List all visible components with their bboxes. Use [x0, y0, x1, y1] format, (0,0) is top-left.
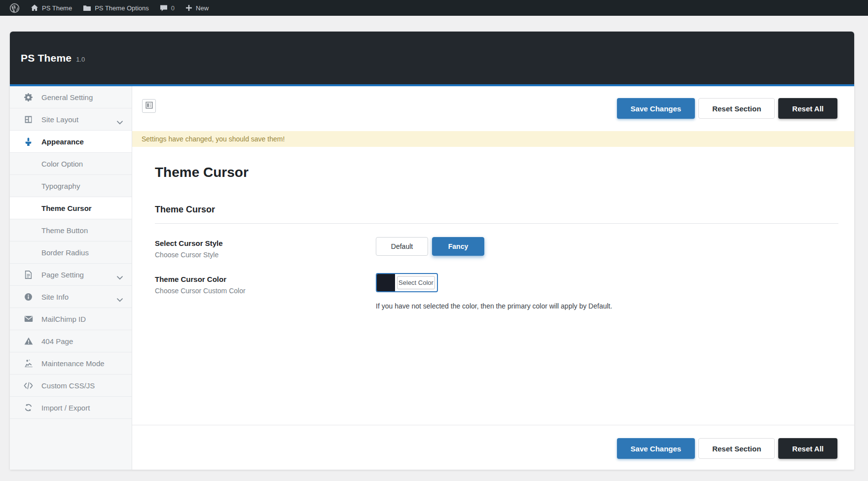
cursor-color-label: Theme Cursor Color	[155, 275, 376, 283]
cursor-style-label: Select Cursor Style	[155, 239, 376, 247]
site-name-menu-item[interactable]: PS Theme	[25, 0, 77, 16]
color-picker-widget[interactable]: Select Color	[376, 273, 438, 292]
sidebar-item-typography[interactable]: Typography	[10, 175, 132, 197]
panel-version: 1.0	[76, 56, 85, 63]
cursor-style-description: Choose Cursor Style	[155, 251, 376, 259]
code-icon	[24, 382, 33, 389]
field-label-block: Theme Cursor Color Choose Cursor Custom …	[155, 273, 376, 295]
comment-icon	[160, 4, 168, 12]
layout-panel-icon	[145, 101, 153, 111]
comments-count: 0	[171, 4, 175, 12]
envelope-icon	[24, 315, 33, 322]
sidebar-item-label: Custom CSS/JS	[41, 381, 95, 390]
sidebar-item-label: General Setting	[41, 93, 93, 102]
panel-toggle-button[interactable]	[142, 99, 156, 113]
sidebar-item-general-setting[interactable]: General Setting	[10, 86, 132, 108]
top-toolbar: Save Changes Reset Section Reset All	[132, 86, 854, 119]
folder-icon	[83, 4, 91, 12]
cursor-style-option-default[interactable]: Default	[376, 237, 428, 256]
sidebar-item-theme-button[interactable]: Theme Button	[10, 219, 132, 241]
chevron-down-icon	[117, 295, 123, 304]
home-icon	[31, 4, 38, 12]
cursor-style-option-fancy[interactable]: Fancy	[432, 237, 484, 256]
section-heading: Theme Cursor	[155, 205, 854, 215]
maintenance-icon	[24, 359, 33, 367]
theme-options-menu-item[interactable]: PS Theme Options	[77, 0, 154, 16]
field-label-block: Select Cursor Style Choose Cursor Style	[155, 237, 376, 259]
brush-icon	[24, 137, 33, 146]
new-content-menu-item[interactable]: New	[180, 0, 214, 16]
sidebar-item-label: Site Info	[41, 293, 69, 301]
sidebar-item-404-page[interactable]: 404 Page	[10, 330, 132, 352]
settings-content: Save Changes Reset Section Reset All Set…	[132, 86, 854, 470]
sidebar-item-label: Appearance	[41, 137, 84, 146]
sync-icon	[24, 404, 33, 412]
warning-icon	[24, 337, 33, 345]
sidebar-item-maintenance-mode[interactable]: Maintenance Mode	[10, 352, 132, 375]
save-changes-button[interactable]: Save Changes	[617, 98, 695, 119]
document-icon	[24, 271, 33, 279]
site-name-label: PS Theme	[42, 4, 72, 12]
plus-icon	[185, 4, 192, 11]
select-color-label: Select Color	[397, 276, 435, 289]
reset-all-button-bottom[interactable]: Reset All	[778, 438, 837, 459]
sidebar-item-site-info[interactable]: Site Info	[10, 286, 132, 308]
layout-icon	[24, 115, 33, 124]
color-picker-note: If you have not selected the color, then…	[376, 302, 854, 310]
cursor-style-options: DefaultFancy	[376, 237, 484, 256]
reset-section-button[interactable]: Reset Section	[698, 98, 775, 119]
sidebar-item-border-radius[interactable]: Border Radius	[10, 241, 132, 264]
cursor-color-field: Theme Cursor Color Choose Cursor Custom …	[155, 273, 854, 295]
cursor-style-field: Select Cursor Style Choose Cursor Style …	[155, 237, 854, 259]
info-icon	[24, 293, 33, 301]
chevron-down-icon	[117, 118, 123, 126]
theme-options-panel: PS Theme 1.0 General Setting Site Layout…	[10, 32, 854, 470]
wordpress-logo-icon	[9, 3, 20, 13]
sidebar-item-label: Site Layout	[41, 115, 78, 124]
chevron-down-icon	[117, 273, 123, 281]
sidebar-item-page-setting[interactable]: Page Setting	[10, 264, 132, 286]
sidebar-item-label: MailChimp ID	[41, 315, 86, 323]
sidebar-item-label: 404 Page	[41, 337, 73, 345]
reset-section-button-bottom[interactable]: Reset Section	[698, 438, 775, 459]
sidebar-item-label: Border Radius	[41, 248, 89, 257]
wp-admin-bar: PS Theme PS Theme Options 0 New	[0, 0, 868, 16]
panel-title: PS Theme	[21, 52, 72, 64]
page-title: Theme Cursor	[155, 165, 854, 180]
sidebar-item-mailchimp-id[interactable]: MailChimp ID	[10, 308, 132, 330]
settings-sidebar: General Setting Site Layout Appearance C…	[10, 86, 132, 470]
section-divider	[155, 223, 838, 224]
unsaved-changes-notice: Settings have changed, you should save t…	[132, 131, 854, 147]
sidebar-item-label: Maintenance Mode	[41, 359, 105, 368]
sidebar-item-label: Import / Export	[41, 404, 90, 412]
sidebar-item-color-option[interactable]: Color Option	[10, 153, 132, 175]
gear-icon	[24, 93, 33, 102]
select-color-button[interactable]: Select Color	[395, 274, 437, 291]
color-swatch[interactable]	[377, 274, 395, 291]
reset-all-button[interactable]: Reset All	[778, 98, 837, 119]
sidebar-item-label: Color Option	[41, 160, 83, 168]
sidebar-item-import-export[interactable]: Import / Export	[10, 397, 132, 419]
cursor-color-description: Choose Cursor Custom Color	[155, 287, 376, 295]
comments-menu-item[interactable]: 0	[154, 0, 180, 16]
panel-header: PS Theme 1.0	[10, 32, 854, 84]
sidebar-item-appearance[interactable]: Appearance	[10, 131, 132, 153]
sidebar-item-label: Typography	[41, 182, 80, 190]
sidebar-item-theme-cursor[interactable]: Theme Cursor	[10, 197, 132, 219]
wordpress-menu-item[interactable]	[4, 0, 25, 16]
save-changes-button-bottom[interactable]: Save Changes	[617, 438, 695, 459]
sidebar-item-label: Theme Button	[41, 226, 88, 235]
sidebar-item-custom-css-js[interactable]: Custom CSS/JS	[10, 375, 132, 397]
new-label: New	[196, 4, 209, 12]
sidebar-item-label: Theme Cursor	[41, 204, 92, 212]
sidebar-item-label: Page Setting	[41, 271, 84, 279]
theme-options-label: PS Theme Options	[95, 4, 149, 12]
bottom-toolbar: Save Changes Reset Section Reset All	[132, 425, 854, 470]
sidebar-item-site-layout[interactable]: Site Layout	[10, 108, 132, 131]
